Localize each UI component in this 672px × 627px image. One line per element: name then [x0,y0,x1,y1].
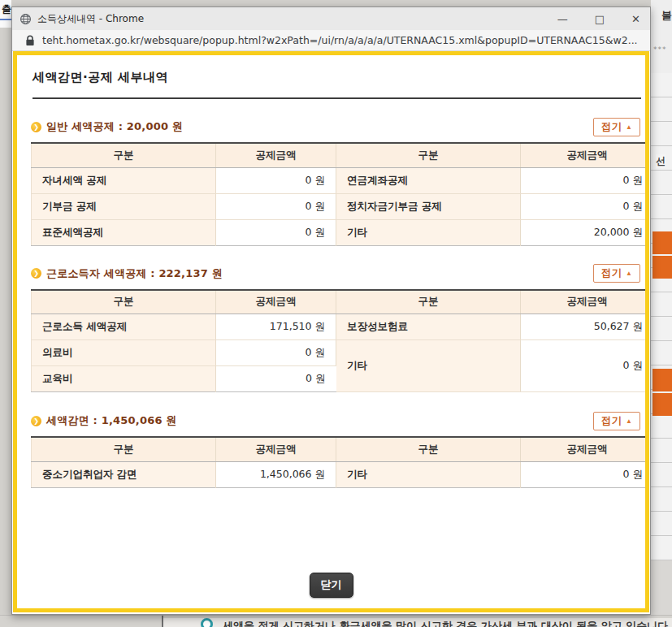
row-label: 보장성보험료 [336,314,521,340]
row-label: 기타 [336,340,521,392]
table-row: 표준세액공제 0 원 기타 20,000 원 [32,219,650,245]
window-titlebar[interactable]: 소득상세내역 - Chrome — □ ✕ [12,7,650,30]
row-value: 0 원 [216,340,336,366]
chrome-popup-window: 소득상세내역 - Chrome — □ ✕ teht.hometax.go.kr… [11,6,651,615]
close-window-button[interactable]: ✕ [631,14,640,24]
section-bullet-icon: ❯ [31,416,41,426]
collapse-button[interactable]: 접기 ▲ [593,264,640,283]
row-value: 0 원 [521,167,650,193]
row-value: 1,450,066 원 [216,461,336,487]
table-header-row: 구분 공제금액 구분 공제금액 [32,290,650,314]
background-orange-cell [652,369,672,391]
row-value: 0 원 [521,340,650,392]
background-orange-cell [652,256,672,279]
row-value: 0 원 [521,461,650,487]
row-value: 171,510 원 [216,314,336,340]
row-label: 기타 [336,461,521,487]
table-row: 기부금 공제 0 원 정치자금기부금 공제 0 원 [32,193,650,219]
column-header: 공제금액 [216,290,336,314]
column-header: 구분 [32,437,216,461]
row-label: 근로소득 세액공제 [32,314,216,340]
close-button-row: 닫기 [17,573,645,598]
table-row: 중소기업취업자 감면 1,450,066 원 기타 0 원 [32,461,650,487]
collapse-button[interactable]: 접기 ▲ [593,118,640,136]
background-text-fragment-2: 선 [656,154,665,168]
column-header: 구분 [336,290,521,314]
column-header: 구분 [32,143,216,167]
table-row: 근로소득 세액공제 171,510 원 보장성보험료 50,627 원 [32,314,650,340]
row-value: 50,627 원 [521,314,650,340]
page-title: 세액감면·공제 세부내역 [33,70,641,85]
row-label: 자녀세액 공제 [32,167,216,193]
window-title: 소득상세내역 - Chrome [37,12,144,26]
background-link-fragment: 출 [0,1,11,20]
section-bullet-icon: ❯ [31,268,41,279]
background-page-fragment-bottom: 세액을 적게 신고하거나 환급세액을 많이 신고한 경우 가산세 부과 대상이 … [0,615,672,627]
row-label: 표준세액공제 [32,219,216,245]
section-heading: 세액감면 : 1,450,066 원 [46,413,177,428]
column-header: 공제금액 [521,290,650,314]
general-credit-table: 구분 공제금액 구분 공제금액 자녀세액 공제 0 원 연금계좌공제 0 원 기… [31,142,649,246]
row-value: 0 원 [521,193,650,219]
section-general-credit-header: ❯ 일반 세액공제 : 20,000 원 접기 ▲ [31,117,640,136]
background-orange-cell [652,231,672,254]
column-header: 공제금액 [216,437,336,461]
column-header: 구분 [336,143,521,167]
check-circle-icon [201,618,213,627]
globe-favicon-icon [20,13,32,25]
row-label: 기타 [336,219,521,245]
lock-icon[interactable] [25,35,35,46]
chevron-up-icon: ▲ [626,123,632,131]
minimize-button[interactable]: — [557,14,568,24]
background-orange-cell [652,393,672,416]
url-text[interactable]: teht.hometax.go.kr/websquare/popup.html?… [42,34,638,46]
column-header: 공제금액 [216,143,336,167]
table-header-row: 구분 공제금액 구분 공제금액 [32,437,650,461]
section-heading: 근로소득자 세액공제 : 222,137 원 [46,266,223,281]
column-header: 공제금액 [521,437,650,461]
row-value: 0 원 [216,167,336,193]
row-value: 20,000 원 [521,219,650,245]
section-earned-income-credit-header: ❯ 근로소득자 세액공제 : 222,137 원 접기 ▲ [31,264,640,283]
column-header: 구분 [32,290,216,314]
background-table-rows [651,73,672,560]
section-tax-reduction-header: ❯ 세액감면 : 1,450,066 원 접기 ▲ [31,411,640,430]
table-header-row: 구분 공제금액 구분 공제금액 [32,143,650,167]
row-label: 기부금 공제 [32,193,216,219]
row-label: 의료비 [32,340,216,366]
collapse-button[interactable]: 접기 ▲ [593,412,640,430]
row-label: 연금계좌공제 [336,167,521,193]
table-row: 자녀세액 공제 0 원 연금계좌공제 0 원 [32,167,650,193]
table-row: 의료비 0 원 기타 0 원 [32,340,650,366]
row-label: 중소기업취업자 감면 [32,461,216,487]
section-heading: 일반 세액공제 : 20,000 원 [46,119,183,134]
tax-reduction-table: 구분 공제금액 구분 공제금액 중소기업취업자 감면 1,450,066 원 기… [31,436,649,488]
row-value: 0 원 [216,219,336,245]
row-label: 교육비 [32,366,216,392]
chevron-up-icon: ▲ [626,270,632,277]
chevron-up-icon: ▲ [626,417,632,425]
section-bullet-icon: ❯ [31,122,41,132]
collapse-label: 접기 [601,414,622,428]
collapse-label: 접기 [601,266,622,280]
background-page-fragment-right: 불 *** 선 [651,0,672,627]
row-value: 0 원 [216,193,336,219]
collapse-label: 접기 [601,120,622,134]
address-bar[interactable]: teht.hometax.go.kr/websquare/popup.html?… [12,30,650,51]
row-value: 0 원 [216,366,336,392]
column-header: 구분 [336,437,521,461]
background-text-fragment: 불 [661,8,672,23]
close-popup-button[interactable]: 닫기 [310,573,353,598]
window-controls: — □ ✕ [557,14,644,24]
background-page-fragment-topleft: 출 [0,0,11,28]
background-patch [651,560,672,615]
title-divider [33,97,641,99]
column-header: 공제금액 [521,143,650,167]
earned-income-credit-table: 구분 공제금액 구분 공제금액 근로소득 세액공제 171,510 원 보장성보… [31,289,649,393]
row-label: 정치자금기부금 공제 [336,193,521,219]
background-clipped-text: 세액을 적게 신고하거나 환급세액을 많이 신고한 경우 가산세 부과 대상이 … [223,619,672,627]
maximize-button[interactable]: □ [595,14,605,24]
popup-highlight-frame: 세액감면·공제 세부내역 ❯ 일반 세액공제 : 20,000 원 접기 ▲ 구… [13,51,649,612]
required-asterisks-fragment: *** [653,45,667,54]
